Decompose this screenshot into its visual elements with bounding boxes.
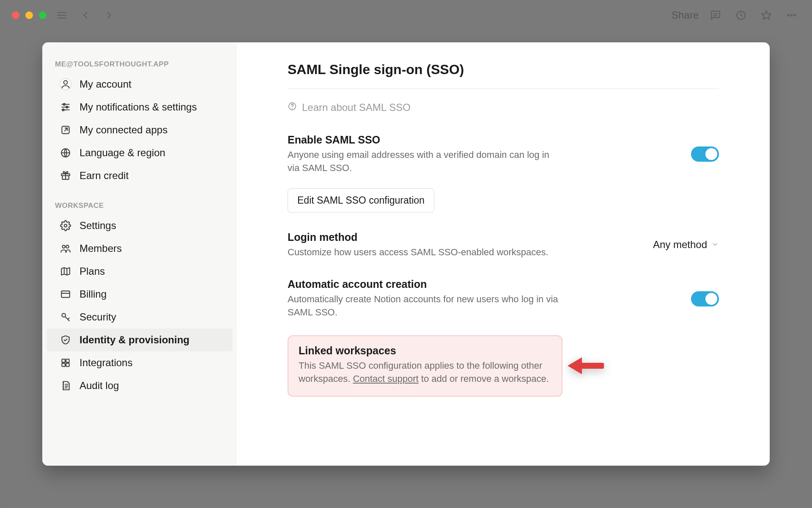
contact-support-link[interactable]: Contact support bbox=[353, 373, 418, 384]
members-icon bbox=[59, 242, 72, 255]
page-title: SAML Single sign-on (SSO) bbox=[288, 62, 719, 77]
back-button[interactable] bbox=[77, 7, 94, 24]
svg-point-9 bbox=[794, 14, 796, 16]
sidebar-item-label: Identity & provisioning bbox=[80, 334, 189, 346]
sidebar-item-identity[interactable]: Identity & provisioning bbox=[47, 329, 233, 351]
sidebar-item-label: Language & region bbox=[80, 147, 165, 159]
account-section-header: ME@TOOLSFORTHOUGHT.APP bbox=[42, 55, 237, 73]
linked-workspaces-desc: This SAML SSO configuration applies to t… bbox=[299, 359, 551, 386]
sidebar-item-label: Settings bbox=[80, 220, 116, 232]
sidebar-item-label: Billing bbox=[80, 288, 107, 300]
auto-account-title: Automatic account creation bbox=[288, 278, 674, 290]
history-icon[interactable] bbox=[732, 7, 749, 24]
settings-sidebar: ME@TOOLSFORTHOUGHT.APP My account My not… bbox=[42, 42, 237, 466]
svg-point-10 bbox=[64, 80, 68, 84]
sidebar-item-label: Integrations bbox=[80, 357, 132, 369]
svg-point-8 bbox=[791, 14, 792, 16]
enable-saml-desc: Anyone using email addresses with a veri… bbox=[288, 149, 558, 175]
settings-content: SAML Single sign-on (SSO) Learn about SA… bbox=[237, 42, 770, 466]
avatar-icon bbox=[59, 78, 72, 91]
external-link-icon bbox=[59, 124, 72, 136]
learn-more-label: Learn about SAML SSO bbox=[302, 102, 411, 113]
sidebar-item-language[interactable]: Language & region bbox=[47, 141, 233, 164]
workspace-section-header: WORKSPACE bbox=[42, 196, 237, 214]
enable-saml-row: Enable SAML SSO Anyone using email addre… bbox=[288, 126, 719, 187]
share-button[interactable]: Share bbox=[672, 9, 699, 21]
more-icon[interactable] bbox=[783, 7, 800, 24]
login-method-select[interactable]: Any method bbox=[653, 239, 719, 251]
sidebar-item-plans[interactable]: Plans bbox=[47, 260, 233, 283]
svg-point-25 bbox=[66, 245, 69, 248]
svg-point-23 bbox=[64, 224, 67, 227]
favorite-icon[interactable] bbox=[758, 7, 775, 24]
sidebar-item-security[interactable]: Security bbox=[47, 306, 233, 329]
login-method-value: Any method bbox=[653, 239, 707, 251]
svg-marker-26 bbox=[61, 268, 70, 275]
edit-saml-config-button[interactable]: Edit SAML SSO configuration bbox=[288, 188, 434, 213]
minimize-window-button[interactable] bbox=[25, 11, 33, 19]
auto-account-desc: Automatically create Notion accounts for… bbox=[288, 293, 558, 319]
sidebar-item-label: Earn credit bbox=[80, 170, 129, 182]
sidebar-item-earn-credit[interactable]: Earn credit bbox=[47, 164, 233, 187]
learn-more-link[interactable]: Learn about SAML SSO bbox=[288, 89, 719, 126]
svg-point-7 bbox=[788, 14, 789, 16]
sidebar-item-label: My account bbox=[80, 78, 132, 90]
svg-rect-35 bbox=[66, 359, 69, 362]
sidebar-item-label: My connected apps bbox=[80, 124, 167, 136]
svg-rect-36 bbox=[62, 363, 65, 367]
svg-line-33 bbox=[68, 318, 69, 319]
grid-icon bbox=[59, 356, 72, 369]
sidebar-item-notifications[interactable]: My notifications & settings bbox=[47, 96, 233, 119]
forward-button[interactable] bbox=[101, 7, 118, 24]
annotation-arrow-icon bbox=[566, 353, 604, 378]
svg-point-24 bbox=[62, 245, 65, 248]
sidebar-item-members[interactable]: Members bbox=[47, 237, 233, 260]
sidebar-item-billing[interactable]: Billing bbox=[47, 283, 233, 306]
sidebar-item-label: Audit log bbox=[80, 380, 119, 392]
sidebar-item-settings[interactable]: Settings bbox=[47, 214, 233, 237]
login-method-row: Login method Customize how users access … bbox=[288, 224, 719, 271]
app-window: Share ME@TOOLSFORTHOUGHT.APP bbox=[0, 0, 812, 508]
globe-icon bbox=[59, 146, 72, 159]
svg-marker-45 bbox=[568, 357, 582, 374]
sliders-icon bbox=[59, 101, 72, 113]
maximize-window-button[interactable] bbox=[39, 11, 47, 19]
chevron-down-icon bbox=[711, 239, 719, 251]
svg-marker-6 bbox=[762, 11, 771, 19]
key-icon bbox=[59, 311, 72, 323]
linked-workspaces-title: Linked workspaces bbox=[299, 345, 551, 357]
svg-rect-34 bbox=[62, 359, 65, 362]
linked-workspaces-box: Linked workspaces This SAML SSO configur… bbox=[288, 335, 562, 397]
sidebar-item-integrations[interactable]: Integrations bbox=[47, 351, 233, 374]
svg-rect-37 bbox=[66, 363, 69, 367]
sidebar-item-label: My notifications & settings bbox=[80, 101, 197, 113]
sidebar-item-my-account[interactable]: My account bbox=[47, 73, 233, 96]
enable-saml-title: Enable SAML SSO bbox=[288, 134, 674, 146]
gift-icon bbox=[59, 169, 72, 182]
title-bar: Share bbox=[0, 0, 812, 30]
gear-icon bbox=[59, 219, 72, 232]
audit-log-icon bbox=[59, 379, 72, 392]
shield-check-icon bbox=[59, 334, 72, 346]
sidebar-item-label: Plans bbox=[80, 265, 105, 277]
login-method-desc: Customize how users access SAML SSO-enab… bbox=[288, 246, 558, 259]
settings-modal: ME@TOOLSFORTHOUGHT.APP My account My not… bbox=[42, 42, 770, 466]
help-icon bbox=[288, 102, 297, 113]
comments-icon[interactable] bbox=[707, 7, 724, 24]
credit-card-icon bbox=[59, 288, 72, 301]
close-window-button[interactable] bbox=[12, 11, 19, 19]
auto-account-toggle[interactable] bbox=[691, 291, 719, 306]
sidebar-item-audit-log[interactable]: Audit log bbox=[47, 374, 233, 397]
sidebar-item-connected-apps[interactable]: My connected apps bbox=[47, 119, 233, 141]
map-icon bbox=[59, 265, 72, 278]
sidebar-item-label: Members bbox=[80, 243, 122, 254]
window-controls bbox=[12, 11, 47, 19]
sidebar-item-label: Security bbox=[80, 311, 116, 323]
login-method-title: Login method bbox=[288, 231, 636, 243]
auto-account-row: Automatic account creation Automatically… bbox=[288, 271, 719, 331]
hamburger-icon[interactable] bbox=[53, 7, 70, 24]
svg-rect-29 bbox=[61, 291, 70, 297]
enable-saml-toggle[interactable] bbox=[691, 146, 719, 162]
